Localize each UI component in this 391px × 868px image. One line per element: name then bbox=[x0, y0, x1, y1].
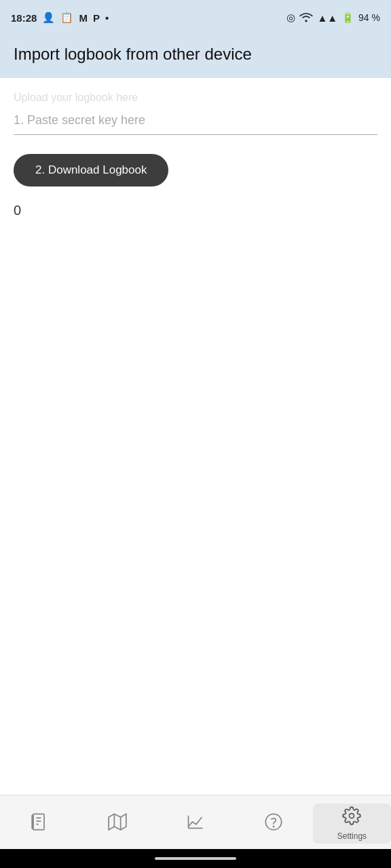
nav-item-settings[interactable]: Settings bbox=[313, 804, 391, 844]
nav-item-help[interactable] bbox=[235, 810, 313, 837]
wifi-icon bbox=[299, 12, 313, 24]
sim-icon: 📋 bbox=[60, 12, 73, 24]
counter-display: 0 bbox=[14, 203, 377, 218]
svg-point-11 bbox=[274, 826, 274, 827]
status-right: ◎ ▲▲ 🔋 94 % bbox=[286, 12, 380, 24]
call-icon: 👤 bbox=[42, 12, 55, 24]
header: Import logbook from other device bbox=[0, 35, 391, 78]
time-display: 18:28 bbox=[11, 12, 37, 24]
map-icon bbox=[108, 812, 127, 835]
help-icon bbox=[264, 812, 283, 835]
home-indicator bbox=[0, 849, 391, 868]
page-title: Import logbook from other device bbox=[14, 43, 377, 64]
location-icon: ◎ bbox=[286, 12, 295, 24]
main-content: Upload your logbook here 2. Download Log… bbox=[0, 78, 391, 795]
settings-icon bbox=[342, 806, 361, 829]
paypal-icon: P bbox=[93, 12, 100, 24]
nav-item-map[interactable] bbox=[78, 810, 156, 837]
faded-upload-label: Upload your logbook here bbox=[14, 92, 377, 104]
nav-item-chart[interactable] bbox=[156, 810, 234, 837]
svg-point-12 bbox=[350, 814, 354, 818]
chart-icon bbox=[186, 812, 205, 835]
svg-rect-0 bbox=[33, 814, 43, 829]
status-left: 18:28 👤 📋 M P • bbox=[11, 12, 109, 24]
settings-nav-label: Settings bbox=[337, 831, 367, 841]
home-bar bbox=[155, 857, 236, 860]
battery-icon: 🔋 bbox=[341, 12, 354, 24]
signal-icon: ▲▲ bbox=[317, 12, 337, 24]
logbook-icon bbox=[30, 812, 49, 835]
secret-key-input[interactable] bbox=[14, 111, 377, 130]
svg-rect-4 bbox=[31, 815, 34, 829]
battery-level: 94 % bbox=[358, 12, 380, 23]
secret-key-field-wrapper bbox=[14, 111, 377, 135]
dot-icon: • bbox=[105, 12, 109, 24]
status-bar: 18:28 👤 📋 M P • ◎ ▲▲ 🔋 94 % bbox=[0, 0, 391, 35]
download-logbook-button[interactable]: 2. Download Logbook bbox=[14, 154, 168, 186]
svg-marker-5 bbox=[109, 814, 126, 829]
gmail-icon: M bbox=[79, 12, 88, 24]
bottom-nav: Settings bbox=[0, 795, 391, 849]
nav-item-logbook[interactable] bbox=[0, 810, 78, 837]
